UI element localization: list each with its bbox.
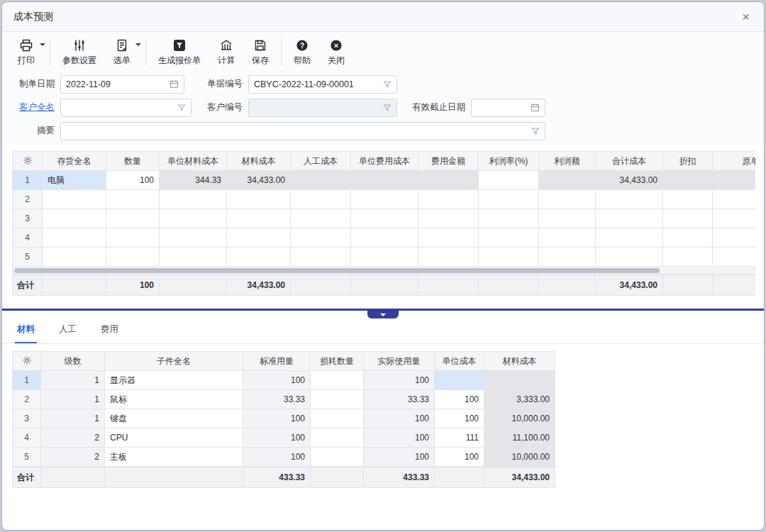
horizontal-scrollbar[interactable] <box>12 267 755 275</box>
chevron-down-icon[interactable] <box>135 43 141 46</box>
toolbar-button-printer[interactable]: 打印 <box>9 37 46 68</box>
cell[interactable]: 1 <box>41 409 105 428</box>
chevron-down-icon[interactable] <box>40 43 45 46</box>
cell[interactable]: 344.33 <box>160 171 227 190</box>
cell[interactable]: 100 <box>243 448 311 467</box>
toolbar-button-calculate[interactable]: 计算 <box>209 37 243 68</box>
cell[interactable]: 2 <box>41 428 105 448</box>
cell[interactable] <box>713 248 756 267</box>
cell[interactable]: 33.33 <box>364 390 435 409</box>
row-number[interactable]: 3 <box>13 409 41 428</box>
doc-no-input[interactable]: CBYC-2022-11-09-00001 <box>248 75 397 94</box>
cell[interactable] <box>43 209 106 228</box>
cell[interactable]: 1 <box>41 371 105 390</box>
toolbar-button-help[interactable]: ?帮助 <box>285 37 319 68</box>
cell[interactable] <box>539 248 596 267</box>
cell[interactable] <box>160 209 227 228</box>
cell[interactable] <box>160 190 227 209</box>
cell[interactable] <box>418 190 479 209</box>
cell[interactable] <box>713 228 756 248</box>
cell[interactable]: 100 <box>435 409 484 428</box>
cell[interactable] <box>539 228 596 248</box>
cell[interactable]: 10,000.00 <box>484 448 555 467</box>
cell[interactable] <box>663 171 713 190</box>
cell[interactable] <box>43 248 106 267</box>
cell[interactable] <box>227 190 291 209</box>
cell[interactable] <box>291 171 351 190</box>
cell[interactable] <box>351 171 418 190</box>
cell[interactable] <box>418 228 479 248</box>
cell[interactable] <box>596 228 663 248</box>
toolbar-button-select-doc[interactable]: 选单 <box>105 37 142 68</box>
valid-until-input[interactable] <box>471 99 545 117</box>
cell[interactable]: 主板 <box>105 448 243 467</box>
cell[interactable] <box>418 248 479 267</box>
cell[interactable]: 100 <box>364 409 435 428</box>
cell[interactable] <box>418 171 479 190</box>
cell[interactable] <box>106 248 160 267</box>
cell[interactable] <box>539 190 596 209</box>
cell[interactable] <box>479 248 539 267</box>
cell[interactable] <box>596 209 663 228</box>
cell[interactable] <box>713 171 756 190</box>
cell[interactable] <box>663 228 713 248</box>
cell[interactable]: 100 <box>435 390 484 409</box>
cell[interactable]: 11,100.00 <box>484 428 555 448</box>
cell[interactable] <box>351 209 418 228</box>
grid-settings-button[interactable] <box>13 152 43 171</box>
cell[interactable]: 鼠标 <box>105 390 243 409</box>
cell[interactable] <box>291 190 351 209</box>
cell[interactable] <box>539 209 596 228</box>
customer-name-input[interactable] <box>60 99 192 117</box>
cell[interactable]: 100 <box>243 428 311 448</box>
close-icon[interactable]: × <box>739 9 753 25</box>
filter-icon[interactable] <box>531 127 540 135</box>
cell[interactable] <box>479 190 539 209</box>
cell[interactable] <box>311 371 364 390</box>
cell[interactable] <box>106 228 160 248</box>
tab-materials[interactable]: 材料 <box>15 323 37 343</box>
cell[interactable] <box>351 190 418 209</box>
cell[interactable]: 100 <box>435 448 484 467</box>
cell[interactable]: 键盘 <box>105 409 243 428</box>
grid-settings-button[interactable] <box>13 352 41 371</box>
cell[interactable] <box>484 371 555 390</box>
calendar-icon[interactable] <box>531 103 540 112</box>
cell[interactable]: 显示器 <box>105 371 243 390</box>
row-number[interactable]: 3 <box>13 209 43 228</box>
cell[interactable] <box>596 190 663 209</box>
cell[interactable] <box>479 171 539 190</box>
cell[interactable] <box>160 228 227 248</box>
cell[interactable] <box>106 190 160 209</box>
cell[interactable]: 电脑 <box>43 171 106 190</box>
toolbar-button-save[interactable]: 保存 <box>243 37 277 68</box>
cell[interactable]: 100 <box>106 171 160 190</box>
cell[interactable]: 34,433.00 <box>227 171 291 190</box>
row-number[interactable]: 2 <box>13 390 41 409</box>
cell[interactable]: 100 <box>243 371 311 390</box>
cell[interactable]: CPU <box>105 428 243 448</box>
cell[interactable]: 1 <box>41 390 105 409</box>
cell[interactable] <box>596 248 663 267</box>
cell[interactable] <box>43 190 106 209</box>
cell[interactable] <box>663 248 713 267</box>
tab-expense[interactable]: 费用 <box>99 323 121 343</box>
collapse-splitter-button[interactable] <box>367 311 399 318</box>
row-number[interactable]: 1 <box>13 171 43 190</box>
cell[interactable] <box>539 171 596 190</box>
cell[interactable]: 100 <box>243 409 311 428</box>
cell[interactable]: 34,433.00 <box>596 171 663 190</box>
toolbar-button-settings[interactable]: 参数设置 <box>54 37 105 68</box>
cell[interactable]: 2 <box>41 448 105 467</box>
filter-icon[interactable] <box>383 104 392 112</box>
row-number[interactable]: 1 <box>13 371 41 390</box>
cell[interactable] <box>227 209 291 228</box>
cell[interactable] <box>479 209 539 228</box>
cell[interactable] <box>663 190 713 209</box>
doc-date-input[interactable]: 2022-11-09 <box>60 75 184 94</box>
row-number[interactable]: 4 <box>13 428 41 448</box>
cell[interactable] <box>663 209 713 228</box>
cell[interactable]: 3,333.00 <box>484 390 555 409</box>
cell[interactable] <box>43 228 106 248</box>
cell[interactable]: 111 <box>435 428 484 448</box>
